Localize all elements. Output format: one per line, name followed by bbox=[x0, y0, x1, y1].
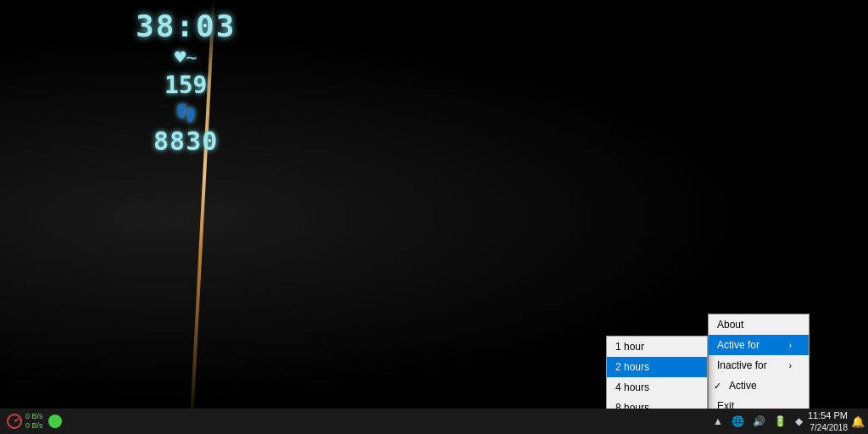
taskbar-left: 0 B/s 0 B/s bbox=[7, 412, 62, 431]
taskbar-date-value: 7/24/2018 bbox=[808, 422, 848, 433]
network-icon[interactable]: 🌐 bbox=[730, 414, 746, 429]
heart-icon: ♥~ bbox=[136, 47, 236, 68]
inactive-for-arrow: › bbox=[789, 361, 792, 370]
tracker-display: 38:03 ♥~ 159 👣 8830 bbox=[136, 8, 236, 156]
active-checkmark: ✓ bbox=[714, 381, 721, 392]
menu-item-inactive-for[interactable]: Inactive for › bbox=[709, 355, 809, 376]
submenu-item-4hours[interactable]: 4 hours bbox=[607, 377, 707, 398]
tracker-time: 38:03 bbox=[136, 8, 236, 43]
submenu-item-2hours[interactable]: 2 hours bbox=[607, 357, 707, 377]
tray-arrow-icon[interactable]: ▲ bbox=[711, 414, 725, 429]
network-down: 0 B/s bbox=[25, 421, 43, 431]
dropbox-icon[interactable]: ◆ bbox=[793, 414, 804, 429]
green-tray-icon[interactable] bbox=[48, 415, 62, 428]
menu-item-about[interactable]: About bbox=[709, 314, 809, 335]
menu-item-active-for[interactable]: Active for › bbox=[709, 335, 809, 355]
network-speed: 0 B/s 0 B/s bbox=[25, 412, 43, 431]
context-menu-container: 1 hour 2 hours 4 hours 8 hours 24 hours … bbox=[606, 314, 810, 417]
volume-icon[interactable]: 🔊 bbox=[751, 414, 767, 429]
steps-icon: 👣 bbox=[136, 103, 236, 123]
taskbar: 0 B/s 0 B/s ▲ 🌐 🔊 🔋 ◆ 11:54 PM 7/24/2018… bbox=[0, 409, 868, 434]
submenu-item-1hour[interactable]: 1 hour bbox=[607, 337, 707, 357]
tracker-steps: 8830 bbox=[136, 126, 236, 156]
network-up: 0 B/s bbox=[25, 412, 43, 421]
main-context-menu: About Active for › Inactive for › ✓ Acti… bbox=[708, 314, 810, 417]
timer-tray-icon[interactable] bbox=[7, 414, 22, 429]
active-for-arrow: › bbox=[789, 341, 792, 350]
taskbar-clock[interactable]: 11:54 PM 7/24/2018 bbox=[808, 409, 848, 432]
menu-item-active[interactable]: ✓ Active bbox=[709, 376, 809, 396]
tracker-bpm: 159 bbox=[136, 71, 236, 99]
battery-icon[interactable]: 🔋 bbox=[772, 414, 788, 429]
notification-icon[interactable]: 🔔 bbox=[851, 415, 865, 428]
system-tray: ▲ 🌐 🔊 🔋 ◆ bbox=[711, 414, 804, 429]
taskbar-time-value: 11:54 PM bbox=[808, 409, 848, 421]
